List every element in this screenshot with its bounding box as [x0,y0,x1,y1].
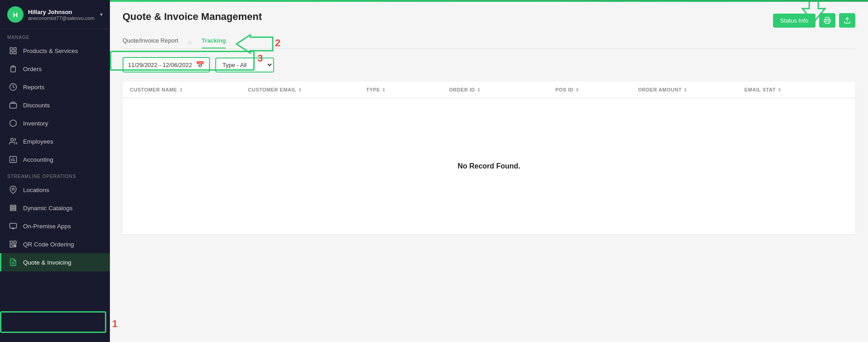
sidebar-item-label: Dynamic Catalogs [23,205,73,212]
sort-icon: ⇕ [778,87,782,92]
on-premise-icon [9,222,18,231]
qr-code-icon [9,240,18,249]
filters-row: 11/29/2022 - 12/06/2022 📅 Type - All Quo… [123,57,855,72]
table-header: CUSTOMER NAME ⇕ CUSTOMER EMAIL ⇕ TYPE ⇕ … [123,82,855,98]
svg-rect-4 [12,66,14,67]
no-record-message: No Record Found. [458,162,521,170]
svg-rect-14 [10,241,12,243]
sidebar-header[interactable]: H Hillary Johnson aneconomist77@salesvu.… [0,0,110,29]
sidebar-item-qr-code[interactable]: QR Code Ordering [0,235,110,253]
user-name: Hillary Johnson [28,9,95,15]
col-customer-email: CUSTOMER EMAIL ⇕ [241,82,359,98]
col-pos-id: POS ID ⇕ [548,82,631,98]
col-order-id: ORDER ID ⇕ [441,82,548,98]
sidebar-item-label: Quote & Invoicing [23,259,71,266]
tabs-row: Quote/Invoice Report ☆ Tracking [123,37,855,49]
svg-rect-1 [14,48,16,50]
col-type: TYPE ⇕ [359,82,442,98]
date-filter[interactable]: 11/29/2022 - 12/06/2022 📅 [123,57,210,72]
sidebar-item-inventory[interactable]: Inventory [0,114,110,132]
content-area: Quote & Invoice Management Status Info Q… [110,2,868,342]
date-range-text: 11/29/2022 - 12/06/2022 [128,62,192,68]
table-container: CUSTOMER NAME ⇕ CUSTOMER EMAIL ⇕ TYPE ⇕ … [123,82,855,234]
status-info-button[interactable]: Status Info [773,14,816,28]
sidebar-item-discounts[interactable]: Discounts [0,96,110,114]
svg-text:4: 4 [819,2,825,4]
sort-icon: ⇕ [477,87,481,92]
svg-rect-6 [10,103,17,108]
svg-rect-0 [10,48,12,50]
calendar-icon: 📅 [196,61,204,69]
tab-report[interactable]: Quote/Invoice Report [123,37,178,48]
sidebar-item-label: Accounting [23,156,53,163]
accounting-icon [9,155,18,164]
reports-icon [9,82,18,92]
sidebar-item-label: Discounts [23,102,50,109]
sidebar-item-label: QR Code Ordering [23,241,74,248]
svg-rect-16 [10,245,12,247]
sidebar-item-label: Locations [23,187,49,193]
top-right-buttons: Status Info [773,13,855,28]
chevron-down-icon: ▾ [100,11,103,18]
sidebar-item-quote-invoicing[interactable]: Quote & Invoicing [0,253,110,271]
sidebar-item-accounting[interactable]: Accounting [0,150,110,169]
sort-icon: ⇕ [179,87,183,92]
sort-icon: ⇕ [683,87,688,92]
svg-point-12 [12,188,14,190]
user-email: aneconomist77@salesvu.com [28,15,95,21]
tab-tracking[interactable]: Tracking [202,37,226,48]
page-title: Quote & Invoice Management [123,11,262,23]
sidebar-item-on-premise[interactable]: On-Premise Apps [0,217,110,235]
sidebar-item-label: Orders [23,66,42,72]
header-row: Quote & Invoice Management Status Info [123,11,855,30]
sidebar-item-label: Inventory [23,120,48,127]
svg-rect-13 [10,223,17,228]
sidebar-item-label: Products & Services [23,48,78,54]
locations-icon [9,185,18,194]
sort-icon: ⇕ [575,87,579,92]
svg-rect-19 [825,21,829,23]
sidebar-item-label: Reports [23,84,44,91]
catalogs-icon [9,203,18,212]
sidebar-item-catalogs[interactable]: Dynamic Catalogs [0,199,110,217]
tab-star-icon: ☆ [187,39,193,46]
export-button[interactable] [839,13,855,28]
orders-icon [9,64,18,73]
sidebar-item-locations[interactable]: Locations [0,181,110,199]
table-body: No Record Found. [123,98,855,234]
svg-rect-2 [10,52,12,54]
quote-invoicing-icon [9,258,18,267]
sidebar-item-employees[interactable]: Employees [0,132,110,150]
products-icon [9,46,18,55]
svg-rect-15 [14,241,16,243]
sort-icon: ⇕ [382,87,386,92]
main-content: Quote & Invoice Management Status Info Q… [110,0,868,342]
sidebar-item-orders[interactable]: Orders [0,60,110,78]
operations-section-label: STREAMLINE OPERATIONS [0,169,110,181]
avatar: H [7,6,24,23]
print-button[interactable] [819,13,835,28]
discounts-icon [9,101,18,110]
sidebar-item-products[interactable]: Products & Services [0,42,110,60]
sidebar-item-label: Employees [23,138,53,145]
sidebar-item-label: On-Premise Apps [23,223,71,230]
employees-icon [9,137,18,146]
col-order-amount: ORDER AMOUNT ⇕ [631,82,737,98]
svg-point-7 [11,138,14,141]
sidebar-item-reports[interactable]: Reports [0,78,110,96]
svg-rect-3 [14,52,16,54]
col-email-status: EMAIL STAT ⇕ [737,82,855,98]
sidebar: H Hillary Johnson aneconomist77@salesvu.… [0,0,110,342]
sort-icon: ⇕ [298,87,302,92]
inventory-icon [9,119,18,128]
type-filter-select[interactable]: Type - All Quote Invoice [215,58,274,72]
manage-section-label: MANAGE [0,29,110,42]
col-customer-name: CUSTOMER NAME ⇕ [123,82,241,98]
